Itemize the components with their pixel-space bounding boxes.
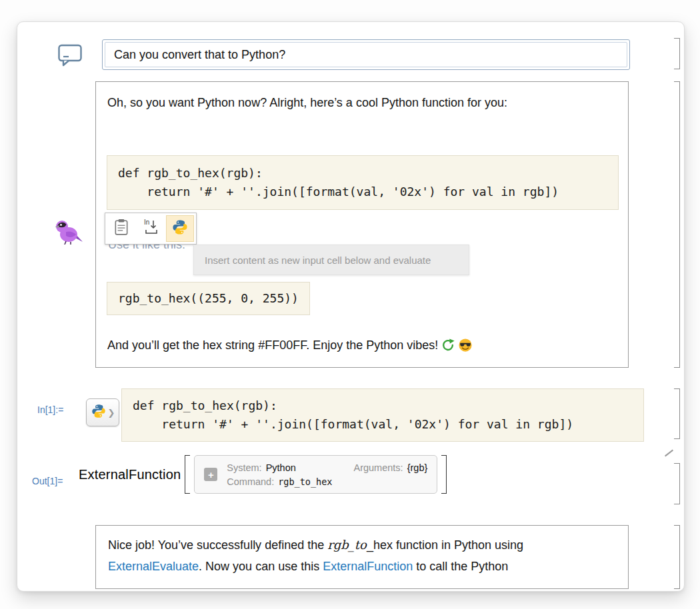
command-label: Command: xyxy=(227,476,274,487)
final-text: Nice job! You’ve successfully defined th… xyxy=(108,538,327,552)
chat-input-cell[interactable]: Can you convert that to Python? xyxy=(102,39,630,70)
cell-bracket[interactable] xyxy=(674,38,680,69)
assistant-outro-text: And you’ll get the hex string #FF00FF. E… xyxy=(107,338,473,356)
final-text: function in Python using xyxy=(393,538,523,552)
cell-bracket-tick xyxy=(665,450,673,457)
copy-to-clipboard-button[interactable] xyxy=(107,215,135,242)
sunglasses-emoji xyxy=(458,342,473,355)
python-icon xyxy=(171,219,189,239)
external-function-summary-box: + System:Python Arguments:{rgb} Command:… xyxy=(194,455,437,494)
summary-system: System:Python xyxy=(227,462,332,473)
chevron-right-icon: ❯ xyxy=(108,408,115,418)
clipboard-icon xyxy=(114,219,129,239)
arguments-label: Arguments: xyxy=(353,462,403,473)
code-block-toolbar: In xyxy=(105,213,197,245)
function-name-italic: rgb_to xyxy=(327,538,367,552)
arguments-value: {rgb} xyxy=(407,462,428,473)
tooltip-text: Insert content as new input cell below a… xyxy=(205,255,431,266)
chat-input-text: Can you convert that to Python? xyxy=(114,48,285,62)
function-name-rest: _hex xyxy=(367,538,393,552)
output-expression: ExternalFunction + System:Python Argumen… xyxy=(79,455,447,494)
external-language-python-button[interactable]: ❯ xyxy=(86,398,119,426)
summary-arguments: Arguments:{rgb} xyxy=(353,462,427,473)
external-evaluate-link[interactable]: ExternalEvaluate xyxy=(108,560,199,573)
outro-before: And you’ll get the hex string xyxy=(107,338,258,352)
final-text: to call the Python xyxy=(413,560,508,573)
command-value: rgb_to_hex xyxy=(278,476,332,487)
opening-bracket xyxy=(185,455,190,494)
external-function-link[interactable]: ExternalFunction xyxy=(323,560,413,573)
cell-bracket[interactable] xyxy=(674,388,680,439)
expand-plus-button[interactable]: + xyxy=(204,468,217,481)
cell-bracket[interactable] xyxy=(674,463,680,504)
summary-grid: System:Python Arguments:{rgb} Command:rg… xyxy=(227,462,427,487)
assistant-code-block-2[interactable]: rgb_to_hex((255, 0, 255)) xyxy=(107,282,310,315)
code-line: def rgb_to_hex(rgb): xyxy=(133,396,633,415)
final-chat-cell: Nice job! You’ve successfully defined th… xyxy=(95,525,629,589)
code-line: def rgb_to_hex(rgb): xyxy=(118,164,607,183)
cell-bracket[interactable] xyxy=(674,81,680,368)
toolbar-tooltip: Insert content as new input cell below a… xyxy=(193,245,469,275)
insert-and-evaluate-python-button[interactable] xyxy=(166,215,194,242)
cell-bracket[interactable] xyxy=(674,525,680,589)
closing-bracket xyxy=(441,455,447,494)
code-line: return '#' + ''.join([format(val, '02x')… xyxy=(118,183,607,201)
assistant-intro-text: Oh, so you want Python now? Alright, her… xyxy=(107,93,547,113)
hex-value: #FF00FF xyxy=(258,338,306,352)
chat-bubble-icon xyxy=(57,43,83,70)
notebook-card: Can you convert that to Python? Oh, so y… xyxy=(17,21,685,592)
insert-as-input-button[interactable]: In xyxy=(137,215,165,242)
insert-input-icon: In xyxy=(143,219,159,239)
system-label: System: xyxy=(227,462,261,473)
outro-after: . Enjoy the Python vibes! xyxy=(306,338,438,352)
assistant-code-block-1[interactable]: def rgb_to_hex(rgb): return '#' + ''.joi… xyxy=(107,155,619,210)
input-cell-code[interactable]: def rgb_to_hex(rgb): return '#' + ''.joi… xyxy=(121,388,644,442)
summary-command: Command:rgb_to_hex xyxy=(227,476,332,487)
assistant-bird-avatar xyxy=(54,218,83,247)
final-text: . Now you can use this xyxy=(199,560,323,573)
notebook-window: Can you convert that to Python? Oh, so y… xyxy=(0,0,700,609)
recycle-emoji xyxy=(441,342,455,355)
in-label: In[1]:= xyxy=(37,404,63,415)
svg-text:In: In xyxy=(144,219,149,226)
system-value: Python xyxy=(266,462,296,473)
assistant-chat-cell: Oh, so you want Python now? Alright, her… xyxy=(95,81,629,368)
python-icon xyxy=(91,403,107,422)
out-label: Out[1]= xyxy=(32,476,63,486)
code-line: rgb_to_hex((255, 0, 255)) xyxy=(118,291,299,305)
external-function-head: ExternalFunction xyxy=(79,467,181,482)
code-line: return '#' + ''.join([format(val, '02x')… xyxy=(133,415,633,434)
